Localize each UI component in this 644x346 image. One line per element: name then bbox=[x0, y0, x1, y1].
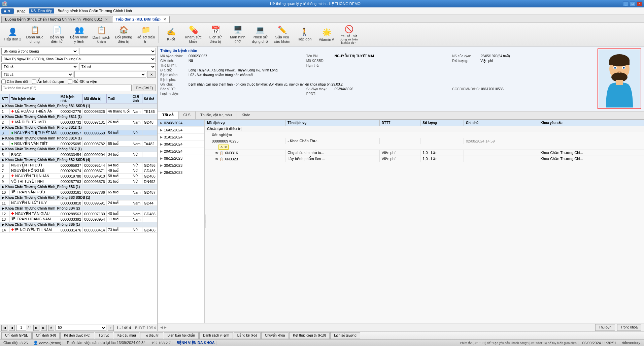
minimize-button[interactable]: _ bbox=[623, 1, 629, 6]
tat-ca-1-filter[interactable]: Tất cả bbox=[1, 63, 78, 70]
toolbar-yeu-cau-so[interactable]: 🚫 Yêu cầu sử dụng số biên lai/hóa đơn bbox=[338, 25, 359, 45]
page-first-btn[interactable]: |◀ bbox=[1, 325, 7, 331]
patient-table-container[interactable]: STT Tên bệnh nhân Mã bệnh nhân Mã điều t… bbox=[0, 94, 157, 324]
toolbar-tiep-don-2[interactable]: 👤 Tiếp đón 2 bbox=[2, 25, 23, 45]
to-dieu-tri-btn[interactable]: Tờ điều trị bbox=[140, 332, 163, 339]
an-ket-thuc-tam-label[interactable]: Ẩn kết thúc tạm bbox=[32, 80, 64, 84]
lich-su-giuong-btn[interactable]: Lịch sử giường bbox=[330, 332, 360, 339]
service-row[interactable]: 👁 📋 XN0323 Lấy bệnh phẩm làm ... Viện ph… bbox=[205, 156, 644, 162]
toolbar-ki-ot[interactable]: ✍️ Ki-ốt bbox=[161, 25, 181, 45]
status-filter[interactable]: BN đang ở trong buồng bbox=[1, 48, 78, 55]
date-list-item[interactable]: ▶ 29/01/2024 bbox=[158, 148, 204, 155]
search-input[interactable] bbox=[1, 85, 132, 91]
toolbar-danh-muc-chung[interactable]: 📋 Danh mục chung bbox=[24, 25, 45, 45]
du-dk-ra-vien-checkbox[interactable] bbox=[68, 80, 72, 84]
ket-thuc-dieu-tri-btn[interactable]: Kết thúc điều trị (F10) bbox=[289, 332, 330, 339]
status-hospital: BỆNH VIỆN ĐA KHOA bbox=[175, 341, 216, 345]
table-row[interactable]: 9 VÕ THỊ TUYẾT NHI 0000257763 0000096576… bbox=[0, 179, 157, 184]
tab-thuoc[interactable]: Thuốc, vật tư, máu bbox=[196, 112, 237, 119]
ke-dau-mau-btn[interactable]: Kế đầu màu bbox=[114, 332, 140, 339]
table-row[interactable]: 13 🏴 TRẦN HOÀNG NAM 0000333392 000009895… bbox=[0, 217, 157, 222]
toolbar-kham-suc-khoe[interactable]: 💊 Khám sức khỏe bbox=[183, 25, 204, 45]
menu-buong-benh[interactable]: Buồng bệnh Khoa Chấn Thương Chính Hình bbox=[55, 8, 135, 14]
ke-don-duoc-btn[interactable]: Kê đơn dược (F8) bbox=[60, 332, 94, 339]
collapse-arrow[interactable]: ◀ bbox=[205, 215, 206, 228]
services-table-container[interactable]: Mã dịch vụ Tên dịch vụ ĐTTT Số lượng Ghi… bbox=[205, 120, 644, 323]
date-list-item[interactable]: ▶ 30/01/2024 bbox=[158, 141, 204, 148]
toolbar-tiep-don-btn[interactable]: 🚶 Tiếp đón bbox=[294, 25, 315, 45]
menu-home[interactable]: ■ ▼ bbox=[1, 8, 14, 14]
tab-khac[interactable]: Khác bbox=[237, 112, 255, 119]
per-page-confirm-btn[interactable]: ✓ bbox=[108, 325, 114, 331]
date-list-item[interactable]: ▶ 08/12/2023 bbox=[158, 155, 204, 162]
table-row[interactable]: 11 NGUYỄN NHẤT HUY 0000333818 0000099591… bbox=[0, 200, 157, 206]
service-row[interactable]: 👁 📋 XN0316 Chọc hút kim nhỏ tu... Viện p… bbox=[205, 150, 644, 156]
main-content: BN đang ở trong buồng Điều Trị Ngoại Trú… bbox=[0, 46, 644, 331]
page-current-input[interactable] bbox=[16, 325, 26, 331]
tab-tat-ca[interactable]: Tất cả bbox=[158, 112, 179, 119]
kham-suc-khoe-label: Khám sức khỏe bbox=[184, 35, 203, 44]
page-refresh-btn[interactable]: ↺ bbox=[48, 325, 54, 331]
date-list-item[interactable]: ▶ 31/01/2024 bbox=[158, 134, 204, 141]
an-ket-thuc-tam-checkbox[interactable] bbox=[32, 80, 36, 84]
empty-filter[interactable] bbox=[79, 48, 156, 55]
treatment-filter[interactable]: Điều Trị Ngoại Trú (CTCH), Khoa Chấn Thư… bbox=[1, 56, 156, 62]
date-list-item[interactable]: ▶ 02/08/2024 bbox=[158, 120, 204, 127]
date-list-item[interactable]: ▶ 29/03/2023 bbox=[158, 169, 204, 176]
chi-dinh-f9-btn[interactable]: Chỉ định (F9) bbox=[32, 332, 60, 339]
search-btn[interactable]: Tìm (Ctrl F) bbox=[133, 85, 156, 91]
tab-tiep-don-2-close[interactable]: ✕ bbox=[163, 18, 166, 21]
toolbar-sua-yeu-cau[interactable]: ✏️ Sửa yêu cầu khám bbox=[272, 25, 293, 45]
table-row[interactable]: 4 ● NGUYỄN VĂN TIẾT 0000225695 000009878… bbox=[0, 141, 157, 147]
menu-kb-don-tiep[interactable]: KB. Đơn tiếp bbox=[29, 8, 55, 13]
tat-ca-4-filter[interactable] bbox=[74, 71, 146, 78]
trong-khoa-btn[interactable]: Trong khoa bbox=[617, 324, 641, 331]
toolbar-vitamin-a[interactable]: 🌟 Vitamin A bbox=[316, 25, 337, 45]
clear-filter-btn[interactable]: ✕ bbox=[147, 71, 156, 78]
toolbar-benh-nhan[interactable]: 👥 Bệnh nhân y lệnh bbox=[69, 25, 90, 45]
page-next-btn[interactable]: ▶ bbox=[33, 325, 39, 331]
can-theo-doi-checkbox[interactable] bbox=[1, 80, 6, 84]
toolbar-phien[interactable]: 💻 Phiên sử dụng chờ bbox=[249, 25, 270, 45]
toolbar-danh-sach-kham[interactable]: 📋 Danh sách khám bbox=[91, 25, 112, 45]
page-prev-btn[interactable]: ◀ bbox=[9, 325, 15, 331]
thu-gon-btn[interactable]: Thu gọn bbox=[595, 324, 615, 331]
per-page-select[interactable]: 50 bbox=[56, 325, 106, 331]
maximize-button[interactable]: □ bbox=[630, 1, 635, 6]
table-row[interactable]: 6 NGUYỄN THỊ DỨT 0000065937 0000095144 6… bbox=[0, 163, 157, 168]
table-row[interactable]: 3 ● NGUYỄN THỊ TUYẾT MAI 0000239057 0000… bbox=[0, 130, 157, 136]
table-row[interactable]: 7 NGUYỄN HỒNG LÊ 0000292674 0000098671 4… bbox=[0, 168, 157, 174]
table-row[interactable]: 2 ✚ MÃ ĐIỀU TRỊ MỚI 0000333732 000009713… bbox=[0, 120, 157, 125]
tab-tiep-don-2[interactable]: Tiếp đón 2 (KB. Đơn tiếp) ✕ bbox=[112, 16, 170, 23]
tab-cls[interactable]: CLS bbox=[179, 112, 196, 119]
bien-ban-hoi-chan-btn[interactable]: Biên bản hội chẩn bbox=[164, 332, 199, 339]
date-list-item[interactable]: ▶ 16/05/2024 bbox=[158, 127, 204, 134]
menu-khac[interactable]: Khác bbox=[14, 8, 28, 14]
tat-ca-3-filter[interactable]: Tất cả bbox=[1, 71, 73, 78]
patient-group-row: ▶ Khoa Chấn Thương Chính Hình_Phòng 8B4 … bbox=[0, 206, 157, 211]
toolbar-benh-an[interactable]: 📄 Bệnh án điện tử bbox=[46, 25, 67, 45]
bang-ke-f5-btn[interactable]: Bảng kê (F5) bbox=[234, 332, 261, 339]
table-row[interactable]: 10 🏴 TRẦN VĂN HỮU 0000333161 0000097786 … bbox=[0, 190, 157, 195]
danh-sach-y-lenh-btn[interactable]: Danh sách y lệnh bbox=[199, 332, 233, 339]
toolbar-man-hinh[interactable]: 🖥️ Màn hình chờ bbox=[227, 25, 248, 45]
toolbar-ho-so[interactable]: 📁 Hồ sơ điều trị bbox=[135, 25, 156, 45]
page-last-btn[interactable]: ▶| bbox=[41, 325, 47, 331]
du-dk-ra-vien-label[interactable]: Đủ ĐK ra viện bbox=[68, 80, 97, 84]
table-row[interactable]: 8 ✚ NGUYỄN THỊ NHÂN 0000019788 000009491… bbox=[0, 174, 157, 179]
table-row[interactable]: 1 ✚ LÊ HOÀNG THIÊN ÂN 0000242776 0000098… bbox=[0, 109, 157, 114]
toolbar-doi-phong[interactable]: 🏠 Đổi phòng điều trị bbox=[113, 25, 134, 45]
date-list-item[interactable]: ▶ 30/03/2023 bbox=[158, 162, 204, 169]
chi-dinh-gpbl-btn[interactable]: Chỉ định GP&L bbox=[1, 332, 32, 339]
toolbar-lich-su[interactable]: 📅 Lịch sử điều trị bbox=[205, 25, 226, 45]
table-row[interactable]: 5 BNCC 0000333454 0000099204 34 tuổi Nữ bbox=[0, 152, 157, 157]
tu-truc-btn[interactable]: Tứ trực bbox=[95, 332, 113, 339]
can-theo-doi-label[interactable]: Cần theo dõi bbox=[1, 80, 28, 84]
tab-buong-benh-close[interactable]: ✕ bbox=[105, 18, 108, 21]
tab-buong-benh[interactable]: Buồng bệnh (Khoa Chấn Thương Chính Hình_… bbox=[1, 16, 111, 23]
table-row[interactable]: 12 ✚ NGUYỄN TẤN GIÀU 0000288563 00000971… bbox=[0, 211, 157, 217]
table-row[interactable]: 14 ✚🏴 NGUYỄN THỊ NĂM 0000331476 00000884… bbox=[0, 227, 157, 233]
tat-ca-2-filter[interactable]: Tất cả bbox=[79, 63, 156, 70]
chuyen-khoa-btn[interactable]: Chuyển khoa bbox=[261, 332, 289, 339]
close-button[interactable]: × bbox=[637, 1, 642, 6]
